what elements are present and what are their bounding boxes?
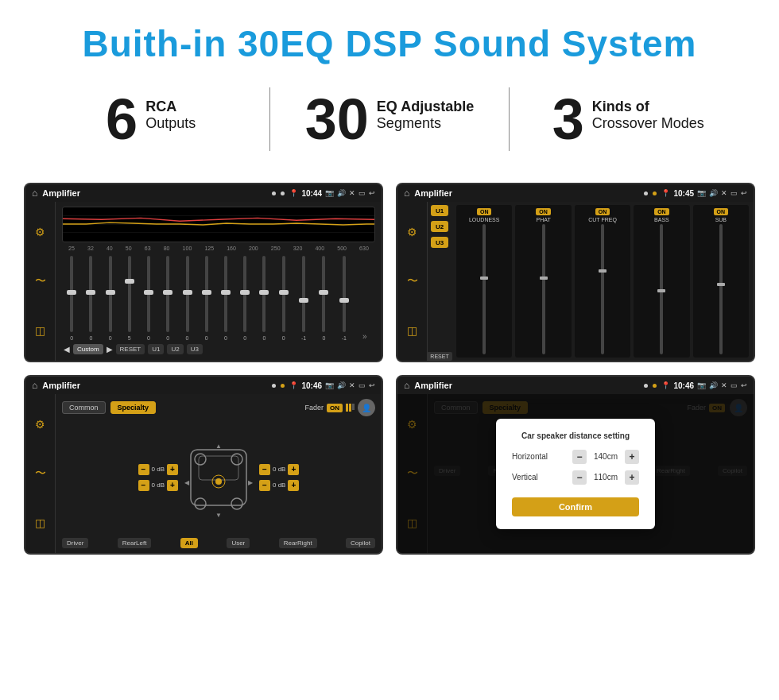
db-val-tr: 0 dB	[273, 466, 285, 473]
horizontal-controls: − 140cm +	[572, 450, 639, 464]
eq-slider-5[interactable]: 0	[147, 254, 150, 341]
eq-slider-2[interactable]: 0	[89, 254, 92, 341]
loudness-slider[interactable]	[483, 224, 486, 354]
speaker-icon-2[interactable]: ◫	[407, 324, 417, 337]
dsp-reset-btn[interactable]: RESET	[427, 352, 452, 361]
specialty-tab[interactable]: Specialty	[110, 401, 157, 414]
eq-slider-3[interactable]: 0	[109, 254, 112, 341]
plus-btn-br[interactable]: +	[288, 480, 299, 491]
u2-button-1[interactable]: U2	[167, 344, 183, 354]
common-tab[interactable]: Common	[62, 401, 106, 414]
all-btn[interactable]: All	[180, 538, 198, 548]
eq-slider-12[interactable]: 0	[282, 254, 285, 341]
screen-body-4: ⚙ 〜 ◫ Common Specialty Fader ON 👤	[397, 394, 754, 553]
app-name-3: Amplifier	[42, 381, 267, 390]
reset-button-1[interactable]: RESET	[116, 344, 145, 354]
bass-slider[interactable]	[660, 224, 663, 354]
svg-point-5	[195, 498, 206, 509]
eq-icon-3[interactable]: ⚙	[35, 418, 45, 431]
eq-slider-15[interactable]: -1	[342, 254, 347, 341]
eq-slider-13[interactable]: -1	[301, 254, 306, 341]
eq-main-content: 25 32 40 50 63 80 100 125 160 200 250 32…	[56, 202, 382, 361]
dsp-channel-cutfreq: ON CUT FREQ	[575, 205, 630, 358]
svg-point-6	[231, 498, 242, 509]
eq-slider-1[interactable]: 0	[70, 254, 73, 341]
window-icon-2: ▭	[731, 189, 738, 197]
svg-point-7	[195, 454, 206, 465]
stat-number-rca: 6	[106, 91, 138, 148]
u3-button-1[interactable]: U3	[187, 344, 203, 354]
user-btn[interactable]: User	[227, 538, 250, 548]
play-button[interactable]: ▶	[107, 345, 113, 354]
minus-btn-bl[interactable]: −	[138, 480, 149, 491]
volume-icon: 🔊	[337, 189, 346, 197]
stat-label-eq-1: EQ Adjustable	[377, 99, 474, 115]
rear-left-btn[interactable]: RearLeft	[118, 538, 152, 548]
back-icon: ↩	[369, 189, 375, 197]
stat-label-rca-2: Outputs	[145, 115, 196, 132]
vertical-plus[interactable]: +	[625, 470, 639, 485]
speaker-icon[interactable]: ◫	[35, 324, 45, 337]
dialog-horizontal-row: Horizontal − 140cm +	[512, 450, 639, 464]
bottom-controls: Driver RearLeft All User RearRight Copil…	[62, 538, 375, 548]
plus-btn-tr[interactable]: +	[288, 464, 299, 475]
location-icon-2: 📍	[661, 189, 670, 197]
minus-btn-br[interactable]: −	[259, 480, 270, 491]
horizontal-value: 140cm	[590, 452, 622, 461]
dsp-channel-bass: ON BASS	[634, 205, 689, 358]
copilot-btn[interactable]: Copilot	[346, 538, 375, 548]
eq-slider-6[interactable]: 0	[166, 254, 169, 341]
vertical-value: 110cm	[590, 473, 622, 481]
fader-bars	[346, 404, 355, 412]
minus-btn-tl[interactable]: −	[138, 464, 149, 475]
cutfreq-slider[interactable]	[601, 224, 604, 354]
dsp-channel-phat: ON PHAT	[515, 205, 571, 358]
app-name-1: Amplifier	[42, 188, 267, 198]
screen-body-1: ⚙ 〜 ◫	[25, 202, 382, 361]
person-icon[interactable]: 👤	[358, 399, 375, 416]
eq-icon[interactable]: ⚙	[35, 226, 45, 238]
eq-slider-8[interactable]: 0	[205, 254, 208, 341]
eq-icon-2[interactable]: ⚙	[407, 226, 417, 238]
wave-icon-2[interactable]: 〜	[407, 274, 418, 288]
horizontal-plus[interactable]: +	[625, 450, 639, 464]
back-icon-2: ↩	[741, 189, 747, 197]
wave-icon[interactable]: 〜	[35, 274, 46, 288]
eq-slider-9[interactable]: 0	[224, 254, 227, 341]
plus-btn-bl[interactable]: +	[167, 480, 178, 491]
eq-slider-11[interactable]: 0	[262, 254, 265, 341]
volume-icon-2: 🔊	[709, 189, 718, 197]
back-icon-4: ↩	[741, 381, 747, 389]
eq-slider-7[interactable]: 0	[186, 254, 189, 341]
stat-label-rca-1: RCA	[145, 99, 196, 115]
db-val-br: 0 dB	[273, 481, 285, 489]
minus-btn-tr[interactable]: −	[259, 464, 270, 475]
u3-preset[interactable]: U3	[431, 237, 448, 248]
speaker-icon-3[interactable]: ◫	[35, 516, 45, 529]
plus-btn-tl[interactable]: +	[167, 464, 178, 475]
stat-divider-2	[509, 87, 510, 151]
prev-button[interactable]: ◀	[64, 345, 70, 354]
sub-slider[interactable]	[719, 224, 723, 354]
custom-button[interactable]: Custom	[73, 344, 103, 354]
svg-point-8	[231, 454, 242, 465]
dsp-preset-sidebar: U1 U2 U3 RESET	[428, 202, 452, 361]
vertical-label: Vertical	[512, 473, 538, 481]
stat-number-crossover: 3	[552, 91, 584, 148]
confirm-button[interactable]: Confirm	[512, 497, 639, 516]
horizontal-minus[interactable]: −	[572, 450, 587, 464]
u1-button-1[interactable]: U1	[148, 344, 164, 354]
vertical-minus[interactable]: −	[572, 470, 587, 485]
wave-icon-3[interactable]: 〜	[35, 466, 46, 481]
u2-preset[interactable]: U2	[431, 221, 448, 232]
phat-slider[interactable]	[542, 224, 545, 354]
u1-preset[interactable]: U1	[431, 205, 448, 216]
eq-slider-10[interactable]: 0	[243, 254, 246, 341]
status-time-3: 10:46	[301, 381, 322, 390]
driver-btn[interactable]: Driver	[62, 538, 88, 548]
more-icon[interactable]: »	[362, 332, 367, 341]
screen-common: ⌂ Amplifier 📍 10:46 📷 🔊 ✕ ▭ ↩ ⚙ 〜 ◫	[24, 375, 383, 555]
rear-right-btn[interactable]: RearRight	[279, 538, 317, 548]
eq-slider-14[interactable]: 0	[322, 254, 325, 341]
eq-slider-4[interactable]: 5	[128, 254, 131, 341]
